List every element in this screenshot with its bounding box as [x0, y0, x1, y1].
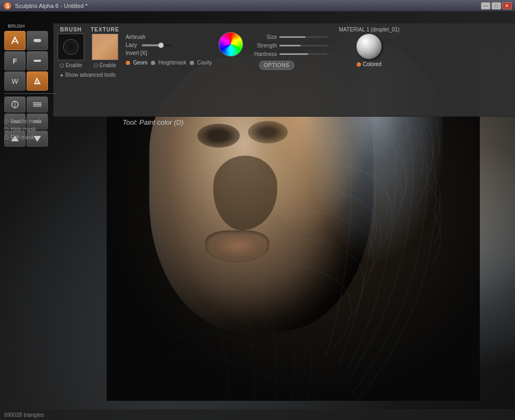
eye-left [197, 124, 240, 148]
brush-enable-label: Enable [66, 62, 82, 68]
geom-dot [126, 61, 130, 65]
brush-enable-row: Enable [60, 62, 82, 68]
edit-mask-radio[interactable] [4, 135, 9, 140]
eye-right [248, 121, 288, 143]
color-picker-section [219, 32, 243, 56]
texture-enable-label: Enable [100, 62, 116, 68]
svg-rect-4 [34, 60, 41, 62]
texture-label: TEXTURE [91, 27, 119, 33]
paint-button[interactable] [27, 71, 48, 91]
mask-button[interactable]: W [4, 71, 26, 91]
invert-label: Invert [X] [126, 50, 147, 56]
options-button[interactable]: OPTIONS [259, 61, 295, 70]
colored-dot [357, 62, 361, 67]
tool-row-2: F [4, 51, 57, 70]
colored-label: Colored [363, 61, 381, 67]
title-bar: S Sculptris Alpha 6 - Untitled * — □ ✕ [0, 0, 515, 12]
hide-mask-option: Hide mask [4, 126, 55, 132]
lazy-knob[interactable] [158, 43, 164, 48]
edit-mask-option: Edit mask [4, 134, 55, 140]
material-label: MATERIAL 1 (droplet_01) [339, 27, 400, 33]
options-container: OPTIONS [259, 62, 327, 68]
texture-enable-row: Enable [94, 62, 116, 68]
title-bar-left: S Sculptris Alpha 6 - Untitled * [3, 2, 87, 10]
hide-mask-label: Hide mask [11, 126, 36, 132]
smooth-button[interactable] [27, 31, 48, 50]
grid-button[interactable] [27, 96, 48, 112]
app-logo-icon: S [3, 2, 12, 10]
hardness-label: Hardness [250, 51, 277, 57]
triangle-count: 690028 triangles [4, 412, 44, 418]
texture-enable-section: Enable [94, 62, 116, 68]
strength-slider-entry: Strength [250, 43, 327, 49]
lip-area [205, 230, 269, 262]
show-advanced-button[interactable]: Show advanced tools [61, 72, 116, 78]
size-slider-entry: Size [250, 34, 327, 40]
material-ball[interactable] [356, 34, 382, 59]
geom-label: Geom [133, 60, 148, 66]
flatten-button[interactable]: F [4, 51, 26, 70]
hide-mask-radio[interactable] [4, 127, 9, 132]
show-advanced-container: Show advanced tools [61, 71, 511, 78]
enable-mask-option: Enable mask [4, 118, 55, 124]
colored-row: Colored [357, 61, 381, 67]
svg-rect-3 [34, 39, 41, 42]
status-bar: 690028 triangles [0, 409, 515, 420]
heightmask-label: Heightmask [158, 60, 187, 66]
maximize-button[interactable]: □ [492, 2, 501, 10]
heightmask-dot [151, 61, 155, 65]
tool-row-1 [4, 31, 57, 50]
brush-label: BRUSH [60, 27, 82, 33]
window-controls: — □ ✕ [481, 2, 512, 10]
material-section: MATERIAL 1 (droplet_01) Colored [339, 27, 400, 67]
brush-preview[interactable] [58, 34, 84, 60]
hardness-fill [279, 53, 308, 55]
svg-point-14 [66, 42, 76, 52]
tool-row-3: W [4, 71, 57, 91]
close-button[interactable]: ✕ [502, 2, 512, 10]
divider-1 [4, 93, 57, 94]
color-inner [223, 37, 239, 53]
strength-fill [279, 45, 301, 46]
symmetry-button[interactable] [4, 96, 26, 112]
enable-mask-label: Enable mask [11, 118, 42, 124]
lazy-slider[interactable] [142, 44, 171, 46]
airbrush-label: Airbrush [126, 34, 146, 40]
svg-point-15 [68, 44, 74, 50]
enable-mask-radio[interactable] [4, 119, 9, 124]
svg-text:S: S [6, 3, 10, 9]
pinch-button[interactable] [27, 51, 48, 70]
airbrush-row: Airbrush [126, 34, 212, 40]
minimize-button[interactable]: — [481, 2, 490, 10]
texture-enable-radio[interactable] [94, 63, 98, 68]
strength-slider[interactable] [279, 45, 327, 46]
size-slider[interactable] [279, 36, 327, 38]
controls-row-1: BRUSH Enable TEXTURE [58, 27, 511, 68]
top-controls: BRUSH Enable TEXTURE [53, 23, 515, 117]
cavity-dot [190, 61, 194, 65]
invert-row: Invert [X] [126, 50, 212, 56]
size-fill [279, 36, 306, 38]
color-picker[interactable] [219, 32, 243, 56]
lazy-label: Lazy [126, 42, 137, 48]
texture-preview[interactable] [92, 34, 118, 60]
strength-label: Strength [250, 43, 277, 49]
lazy-row: Lazy [126, 42, 212, 48]
brush-section: BRUSH Enable [58, 27, 84, 68]
hardness-slider-entry: Hardness [250, 51, 327, 57]
brush-enable-radio[interactable] [60, 63, 64, 68]
brush-section-label: BRUSH [4, 23, 28, 29]
hardness-slider[interactable] [279, 53, 327, 55]
geom-row: Geom Heightmask Cavity [126, 60, 212, 66]
cavity-label: Cavity [197, 60, 212, 66]
draw-button[interactable] [4, 31, 26, 50]
edit-mask-label: Edit mask [11, 134, 34, 140]
texture-section: TEXTURE Enable [91, 27, 119, 68]
mask-section: Enable mask Hide mask Edit mask [4, 118, 55, 140]
size-label: Size [250, 34, 277, 40]
size-sliders-col: Size Strength Hardness [250, 34, 327, 68]
airbrush-col: Airbrush Lazy Invert [X] Geom [126, 34, 212, 66]
title-text: Sculptris Alpha 6 - Untitled * [15, 3, 87, 9]
brush-enable-section: Enable [60, 62, 82, 68]
tool-row-4 [4, 96, 57, 112]
